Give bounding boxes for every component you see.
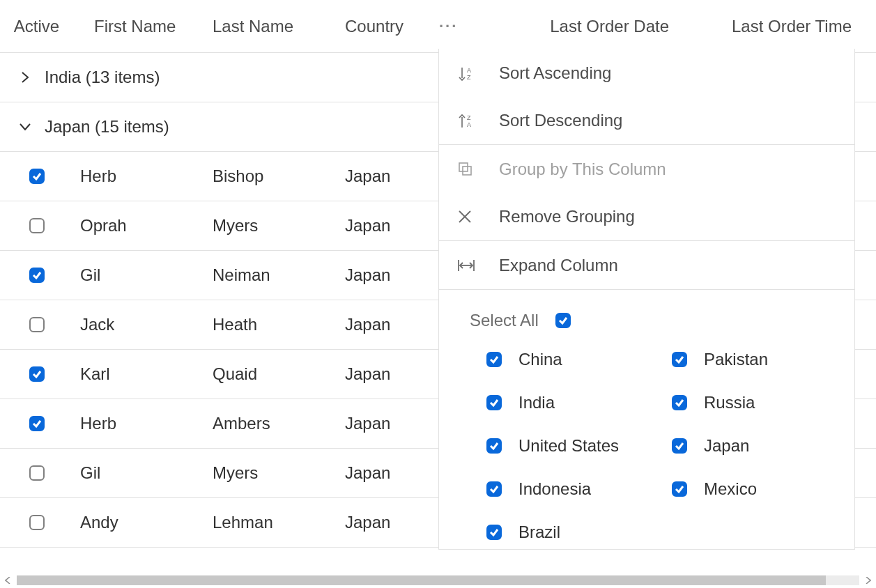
filter-checkbox[interactable] xyxy=(486,525,502,540)
scroll-right-arrow[interactable] xyxy=(861,573,876,588)
filter-panel: Select All ChinaIndiaUnited StatesIndone… xyxy=(439,289,854,549)
filter-checkbox[interactable] xyxy=(672,352,687,367)
first-name-cell: Gil xyxy=(73,265,206,285)
last-name-cell: Quaid xyxy=(206,364,338,384)
chevron-right-icon xyxy=(20,72,38,83)
filter-option-label: Indonesia xyxy=(518,479,591,499)
filter-checkbox[interactable] xyxy=(672,438,687,454)
country-cell: Japan xyxy=(338,315,432,334)
column-header-row: Active First Name Last Name Country ··· … xyxy=(0,0,876,53)
filter-option[interactable]: Pakistan xyxy=(672,350,768,369)
last-name-cell: Heath xyxy=(206,315,338,334)
country-cell: Japan xyxy=(338,364,432,384)
first-name-cell: Herb xyxy=(73,414,206,433)
menu-group-by-column: Group by This Column xyxy=(439,145,854,193)
column-header-last-order-date[interactable]: Last Order Date xyxy=(502,0,697,52)
filter-option-label: United States xyxy=(518,436,619,456)
active-checkbox[interactable] xyxy=(29,465,45,481)
filter-option-label: Japan xyxy=(704,436,749,456)
first-name-cell: Andy xyxy=(73,513,206,532)
filter-checkbox[interactable] xyxy=(486,438,502,454)
active-checkbox[interactable] xyxy=(29,366,45,382)
filter-option[interactable]: Mexico xyxy=(672,479,768,499)
filter-checkbox[interactable] xyxy=(486,481,502,497)
column-header-last-name[interactable]: Last Name xyxy=(206,0,338,52)
filter-option-label: Brazil xyxy=(518,523,560,542)
active-checkbox[interactable] xyxy=(29,218,45,233)
scrollbar-track[interactable] xyxy=(17,575,859,585)
filter-option-label: Mexico xyxy=(704,479,757,499)
active-cell xyxy=(0,317,73,332)
menu-label: Group by This Column xyxy=(499,160,666,179)
active-cell xyxy=(0,169,73,184)
horizontal-scrollbar[interactable] xyxy=(0,573,876,588)
active-cell xyxy=(0,416,73,431)
group-icon xyxy=(457,161,481,178)
first-name-cell: Herb xyxy=(73,167,206,186)
svg-text:A: A xyxy=(467,67,471,74)
last-name-cell: Myers xyxy=(206,216,338,235)
first-name-cell: Gil xyxy=(73,463,206,483)
filter-option[interactable]: Japan xyxy=(672,436,768,456)
last-name-cell: Bishop xyxy=(206,167,338,186)
menu-sort-ascending[interactable]: A Z Sort Ascending xyxy=(439,49,854,97)
column-header-country[interactable]: Country xyxy=(338,0,432,52)
svg-text:Z: Z xyxy=(467,74,471,81)
menu-label: Sort Ascending xyxy=(499,63,611,83)
scrollbar-thumb[interactable] xyxy=(17,575,826,585)
column-header-last-order-time[interactable]: Last Order Time xyxy=(697,0,876,52)
menu-sort-descending[interactable]: Z A Sort Descending xyxy=(439,97,854,145)
sort-asc-icon: A Z xyxy=(457,65,481,82)
select-all-checkbox[interactable] xyxy=(555,313,571,328)
svg-rect-5 xyxy=(463,167,471,175)
filter-checkbox[interactable] xyxy=(486,352,502,367)
filter-checkbox[interactable] xyxy=(672,481,687,497)
active-cell xyxy=(0,515,73,530)
chevron-down-icon xyxy=(20,121,38,132)
first-name-cell: Oprah xyxy=(73,216,206,235)
menu-expand-column[interactable]: Expand Column xyxy=(439,241,854,289)
filter-checkbox[interactable] xyxy=(672,395,687,410)
column-menu-button[interactable]: ··· xyxy=(432,0,502,52)
active-checkbox[interactable] xyxy=(29,317,45,332)
select-all-label: Select All xyxy=(470,311,539,330)
sort-desc-icon: Z A xyxy=(457,112,481,129)
filter-option[interactable]: United States xyxy=(486,436,672,456)
filter-select-all[interactable]: Select All xyxy=(470,311,854,330)
menu-label: Sort Descending xyxy=(499,111,622,130)
filter-option[interactable]: China xyxy=(486,350,672,369)
svg-text:Z: Z xyxy=(467,114,471,121)
group-label: Japan (15 items) xyxy=(45,117,169,137)
filter-option-label: Pakistan xyxy=(704,350,768,369)
country-cell: Japan xyxy=(338,216,432,235)
first-name-cell: Jack xyxy=(73,315,206,334)
svg-rect-4 xyxy=(459,163,468,171)
menu-label: Remove Grouping xyxy=(499,207,635,226)
last-name-cell: Myers xyxy=(206,463,338,483)
active-checkbox[interactable] xyxy=(29,416,45,431)
first-name-cell: Karl xyxy=(73,364,206,384)
filter-option-label: Russia xyxy=(704,393,755,412)
last-name-cell: Neiman xyxy=(206,265,338,285)
active-checkbox[interactable] xyxy=(29,268,45,283)
column-context-menu: A Z Sort Ascending Z A Sort Descending G… xyxy=(438,49,855,550)
last-name-cell: Ambers xyxy=(206,414,338,433)
filter-option[interactable]: Brazil xyxy=(486,523,672,542)
menu-remove-grouping[interactable]: Remove Grouping xyxy=(439,193,854,241)
close-icon xyxy=(457,209,481,224)
column-header-active[interactable]: Active xyxy=(0,0,73,52)
active-cell xyxy=(0,268,73,283)
filter-option[interactable]: Indonesia xyxy=(486,479,672,499)
active-cell xyxy=(0,218,73,233)
column-header-first-name[interactable]: First Name xyxy=(73,0,206,52)
active-checkbox[interactable] xyxy=(29,169,45,184)
country-cell: Japan xyxy=(338,265,432,285)
country-cell: Japan xyxy=(338,414,432,433)
country-cell: Japan xyxy=(338,513,432,532)
filter-option[interactable]: India xyxy=(486,393,672,412)
active-checkbox[interactable] xyxy=(29,515,45,530)
filter-checkbox[interactable] xyxy=(486,395,502,410)
country-cell: Japan xyxy=(338,167,432,186)
filter-option[interactable]: Russia xyxy=(672,393,768,412)
scroll-left-arrow[interactable] xyxy=(0,573,15,588)
